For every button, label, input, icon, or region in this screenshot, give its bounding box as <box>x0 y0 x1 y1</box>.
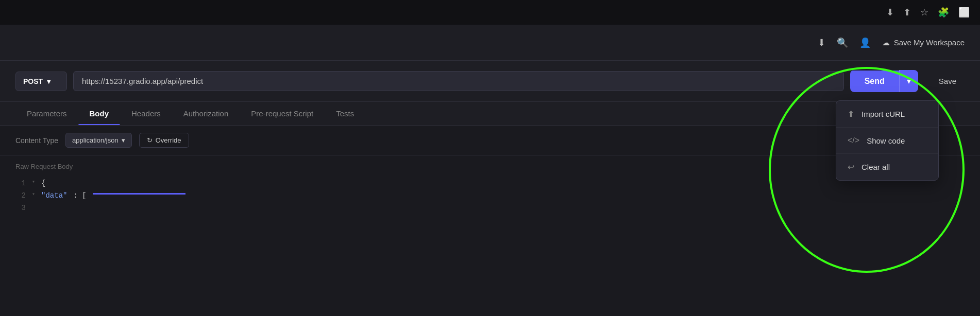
browser-chrome-bar: ⬇ ⬆ ☆ 🧩 ⬜ <box>0 0 980 25</box>
code-line-1: 1 ▾ { <box>15 178 965 190</box>
url-bar-section: POST ▾ Send ▾ Save <box>0 61 980 102</box>
tab-headers[interactable]: Headers <box>120 102 172 125</box>
code-editor: Raw Request Body 1 ▾ { 2 ▾ "data" : [ 3 <box>0 155 980 221</box>
url-input[interactable] <box>73 71 844 91</box>
code-line-2: 2 ▾ "data" : [ <box>15 190 965 202</box>
show-code-icon: </> <box>848 136 859 145</box>
content-type-arrow-icon: ▾ <box>122 136 125 144</box>
line-number-3: 3 <box>15 202 26 215</box>
tab-parameters[interactable]: Parameters <box>15 102 78 125</box>
extension-icon[interactable]: 🧩 <box>938 7 949 18</box>
override-button[interactable]: ↻ Override <box>139 133 189 148</box>
line-number-2: 2 <box>15 190 26 202</box>
method-arrow-icon: ▾ <box>47 77 50 85</box>
save-button[interactable]: Save <box>931 72 965 91</box>
content-type-label: Content Type <box>15 136 58 145</box>
save-workspace-label: Save My Workspace <box>894 38 965 47</box>
clear-all-icon: ↩ <box>848 162 854 172</box>
tabs-section: Parameters Body Headers Authorization Pr… <box>0 102 980 126</box>
code-key-data: "data" <box>41 190 67 202</box>
import-curl-icon: ⬆ <box>848 109 854 119</box>
method-label: POST <box>23 77 43 85</box>
header-search-icon[interactable]: 🔍 <box>837 37 848 48</box>
send-button-group: Send ▾ <box>850 70 918 92</box>
header-user-icon[interactable]: 👤 <box>859 37 871 48</box>
line-number-1: 1 <box>15 178 26 190</box>
code-line-3: 3 <box>15 202 965 215</box>
cloud-icon: ☁ <box>882 38 890 47</box>
line-toggle-1[interactable]: ▾ <box>32 178 35 186</box>
code-cursor <box>93 193 185 195</box>
send-button[interactable]: Send <box>850 71 899 92</box>
method-select[interactable]: POST ▾ <box>15 72 67 91</box>
raw-request-label: Raw Request Body <box>15 163 965 170</box>
content-type-select[interactable]: application/json ▾ <box>65 133 132 148</box>
dropdown-item-clear-all[interactable]: ↩ Clear all <box>836 154 938 180</box>
import-curl-label: Import cURL <box>861 110 905 118</box>
body-content-row: Content Type application/json ▾ ↻ Overri… <box>0 126 980 155</box>
dropdown-item-import-curl[interactable]: ⬆ Import cURL <box>836 101 938 128</box>
code-brace-open: { <box>41 178 45 190</box>
tab-tests[interactable]: Tests <box>325 102 365 125</box>
code-colon: : [ <box>73 190 86 202</box>
line-toggle-2[interactable]: ▾ <box>32 190 35 199</box>
override-label: Override <box>156 136 181 144</box>
save-workspace-button[interactable]: ☁ Save My Workspace <box>882 38 965 47</box>
header-toolbar: ⬇ 🔍 👤 ☁ Save My Workspace <box>0 25 980 61</box>
show-code-label: Show code <box>867 136 905 145</box>
code-lines: 1 ▾ { 2 ▾ "data" : [ 3 <box>15 178 965 214</box>
send-dropdown-button[interactable]: ▾ <box>899 70 918 92</box>
clear-all-label: Clear all <box>861 163 890 171</box>
download-icon[interactable]: ⬇ <box>886 7 894 18</box>
dropdown-menu: ⬆ Import cURL </> Show code ↩ Clear all <box>836 100 939 181</box>
tab-pre-request-script[interactable]: Pre-request Script <box>240 102 325 125</box>
window-icon[interactable]: ⬜ <box>958 7 970 18</box>
star-icon[interactable]: ☆ <box>920 7 928 18</box>
dropdown-item-show-code[interactable]: </> Show code <box>836 128 938 154</box>
content-type-value: application/json <box>72 136 119 144</box>
tab-body[interactable]: Body <box>78 102 121 125</box>
override-icon: ↻ <box>147 136 153 144</box>
header-download-icon[interactable]: ⬇ <box>818 37 825 48</box>
tab-authorization[interactable]: Authorization <box>172 102 240 125</box>
share-icon[interactable]: ⬆ <box>903 7 911 18</box>
